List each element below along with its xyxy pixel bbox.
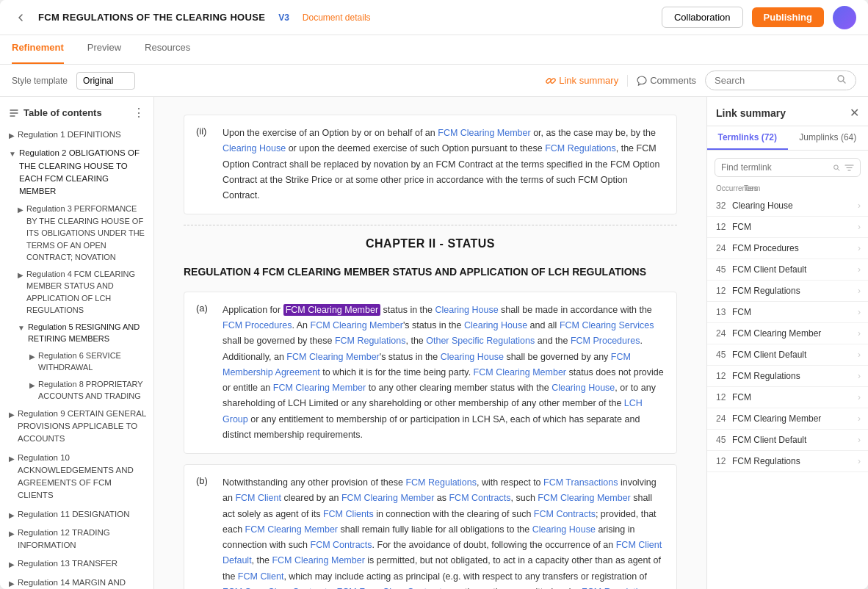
- tab-resources[interactable]: Resources: [145, 35, 190, 64]
- termlink-item[interactable]: 24 FCM Procedures ›: [707, 238, 868, 259]
- termlink-item[interactable]: 45 FCM Client Default ›: [707, 344, 868, 366]
- sidebar-menu-icon[interactable]: ⋮: [133, 106, 145, 120]
- clearing-house-link-a3[interactable]: Clearing House: [441, 352, 504, 362]
- fcm-procedures-link-a2[interactable]: FCM Procedures: [571, 336, 640, 346]
- clearing-house-link-a[interactable]: Clearing House: [435, 305, 498, 315]
- tab-termlinks[interactable]: Termlinks (72): [707, 126, 788, 150]
- sidebar-item-reg13[interactable]: ▶ Regulation 13 TRANSFER: [0, 554, 153, 573]
- chevron-right-icon: ▶: [9, 528, 15, 539]
- sidebar-item-reg8[interactable]: ▶ Regulation 8 PROPRIETARY ACCOUNTS AND …: [23, 376, 153, 405]
- termlink-arrow-icon: ›: [858, 435, 861, 445]
- fcm-contracts-link-b3[interactable]: FCM Contracts: [311, 540, 372, 550]
- fcm-regulations-link[interactable]: FCM Regulations: [545, 143, 616, 153]
- sidebar-item-reg1[interactable]: ▶ Regulation 1 DEFINITIONS: [0, 126, 153, 144]
- fcm-clearing-member-link-b3[interactable]: FCM Clearing Member: [245, 524, 338, 535]
- fcm-contracts-link-b[interactable]: FCM Contracts: [449, 493, 510, 503]
- termlink-count: 12: [716, 222, 732, 232]
- comments-button[interactable]: Comments: [637, 75, 696, 86]
- termlink-arrow-icon: ›: [858, 307, 861, 317]
- clearing-house-link[interactable]: Clearing House: [223, 143, 286, 153]
- termlink-name: FCM Regulations: [732, 286, 858, 296]
- panel-search-box: [715, 158, 861, 177]
- sidebar-item-reg6[interactable]: ▶ Regulation 6 SERVICE WITHDRAWAL: [23, 347, 153, 376]
- termlinks-header: Occurrences Term: [707, 181, 868, 195]
- termlink-item[interactable]: 45 FCM Client Default ›: [707, 430, 868, 451]
- clearing-house-link-a2[interactable]: Clearing House: [464, 320, 527, 330]
- search-input[interactable]: [715, 75, 832, 86]
- termlink-name: FCM: [732, 307, 858, 317]
- sidebar-item-reg3[interactable]: ▶ Regulation 3 PERFORMANCE BY THE CLEARI…: [12, 200, 153, 266]
- clearing-house-link-a4[interactable]: Clearing House: [551, 383, 615, 393]
- fcm-clearing-member-link-a4[interactable]: FCM Clearing Member: [273, 383, 366, 393]
- termlink-item[interactable]: 12 FCM Regulations ›: [707, 281, 868, 302]
- para-b-content: Notwithstanding any other provision of t…: [223, 475, 665, 589]
- para-a-label: (a): [196, 303, 211, 443]
- publishing-button[interactable]: Publishing: [752, 7, 824, 27]
- fcm-transactions-link-b[interactable]: FCM Transactions: [543, 477, 618, 488]
- termlink-count: 45: [716, 435, 732, 445]
- toolbar: Style template Original Link summary Com…: [0, 65, 868, 97]
- fcm-clearing-member-link-b2[interactable]: FCM Clearing Member: [538, 493, 630, 503]
- tab-jumplinks[interactable]: Jumplinks (64): [788, 126, 869, 150]
- fcm-client-link-b2[interactable]: FCM Client: [238, 571, 284, 582]
- termlink-item[interactable]: 24 FCM Clearing Member ›: [707, 408, 868, 430]
- toc-icon: [9, 108, 19, 118]
- termlink-name: FCM Regulations: [732, 371, 858, 381]
- doc-details-link[interactable]: Document details: [303, 12, 371, 23]
- clearing-house-link-b[interactable]: Clearing House: [532, 524, 596, 535]
- fcm-clearing-member-link-b4[interactable]: FCM Clearing Member: [272, 555, 364, 565]
- sidebar-item-reg5[interactable]: ▼ Regulation 5 RESIGNING AND RETIRING ME…: [12, 319, 153, 347]
- tab-refinement[interactable]: Refinement: [12, 35, 64, 64]
- tab-preview[interactable]: Preview: [87, 35, 121, 64]
- fcm-regulations-link-b[interactable]: FCM Regulations: [405, 477, 477, 488]
- fcm-client-link-b[interactable]: FCM Client: [235, 493, 281, 503]
- svg-point-1: [833, 165, 838, 169]
- find-termlink-input[interactable]: [721, 162, 828, 173]
- fcm-clearing-member-link[interactable]: FCM Clearing Member: [438, 128, 530, 138]
- termlink-item[interactable]: 24 FCM Clearing Member ›: [707, 323, 868, 344]
- other-specific-link-a[interactable]: Other Specific Regulations: [426, 336, 535, 346]
- termlink-item[interactable]: 12 FCM ›: [707, 217, 868, 238]
- sort-icon[interactable]: [845, 163, 854, 173]
- fcm-clearing-member-link-a3[interactable]: FCM Clearing Member: [474, 367, 566, 377]
- termlink-item[interactable]: 32 Clearing House ›: [707, 195, 868, 217]
- termlink-arrow-icon: ›: [858, 392, 861, 402]
- fcm-regulations-link-a[interactable]: FCM Regulations: [335, 336, 406, 346]
- collaboration-button[interactable]: Collaboration: [662, 7, 743, 28]
- sidebar-item-reg11[interactable]: ▶ Regulation 11 DESIGNATION: [0, 505, 153, 524]
- chevron-down-icon: ▼: [9, 148, 16, 159]
- termlink-item[interactable]: 45 FCM Client Default ›: [707, 259, 868, 281]
- fcm-clearing-member-link-b[interactable]: FCM Clearing Member: [341, 493, 434, 503]
- user-avatar[interactable]: [833, 6, 856, 29]
- back-button[interactable]: [12, 9, 29, 26]
- sidebar-item-reg12[interactable]: ▶ Regulation 12 TRADING INFORMATION: [0, 524, 153, 555]
- lch-group-link-a[interactable]: LCH Group: [223, 398, 643, 424]
- termlink-item[interactable]: 12 FCM Regulations ›: [707, 451, 868, 472]
- close-panel-button[interactable]: ✕: [850, 106, 859, 120]
- fcm-membership-link-a[interactable]: FCM Membership Agreement: [223, 352, 631, 377]
- sidebar-item-reg9[interactable]: ▶ Regulation 9 CERTAIN GENERAL PROVISION…: [0, 405, 153, 449]
- termlink-item[interactable]: 12 FCM Regulations ›: [707, 366, 868, 387]
- termlink-count: 12: [716, 286, 732, 296]
- termlink-arrow-icon: ›: [858, 350, 861, 360]
- termlink-item[interactable]: 12 FCM ›: [707, 387, 868, 408]
- fcm-clearing-services-link-a[interactable]: FCM Clearing Services: [560, 320, 654, 330]
- fcm-clients-link-b[interactable]: FCM Clients: [323, 509, 374, 519]
- fcm-contracts-link-b2[interactable]: FCM Contracts: [534, 509, 596, 519]
- tab-bar: Refinement Preview Resources: [0, 35, 868, 65]
- termlink-item[interactable]: 13 FCM ›: [707, 302, 868, 323]
- panel-title: Link summary: [716, 107, 786, 119]
- fcm-clearing-member-link-a[interactable]: FCM Clearing Member: [311, 320, 403, 330]
- sidebar-item-reg4[interactable]: ▶ Regulation 4 FCM CLEARING MEMBER STATU…: [12, 266, 153, 319]
- sidebar-item-reg10[interactable]: ▶ Regulation 10 ACKNOWLEDGEMENTS AND AGR…: [0, 449, 153, 505]
- sidebar-item-reg2[interactable]: ▼ Regulation 2 OBLIGATIONS OF THE CLEARI…: [0, 144, 153, 200]
- termlink-name: FCM: [732, 222, 858, 232]
- sidebar-item-reg14[interactable]: ▶ Regulation 14 MARGIN AND COLLATERAL: [0, 574, 153, 590]
- termlink-count: 45: [716, 350, 732, 360]
- style-select[interactable]: Original: [76, 72, 135, 90]
- fcm-clearing-member-link-a2[interactable]: FCM Clearing Member: [286, 352, 379, 362]
- link-summary-button[interactable]: Link summary: [546, 75, 618, 86]
- intro-para-content: Upon the exercise of an Option by or on …: [223, 126, 665, 203]
- fcm-procedures-link-a[interactable]: FCM Procedures: [223, 320, 292, 330]
- termlink-arrow-icon: ›: [858, 200, 861, 211]
